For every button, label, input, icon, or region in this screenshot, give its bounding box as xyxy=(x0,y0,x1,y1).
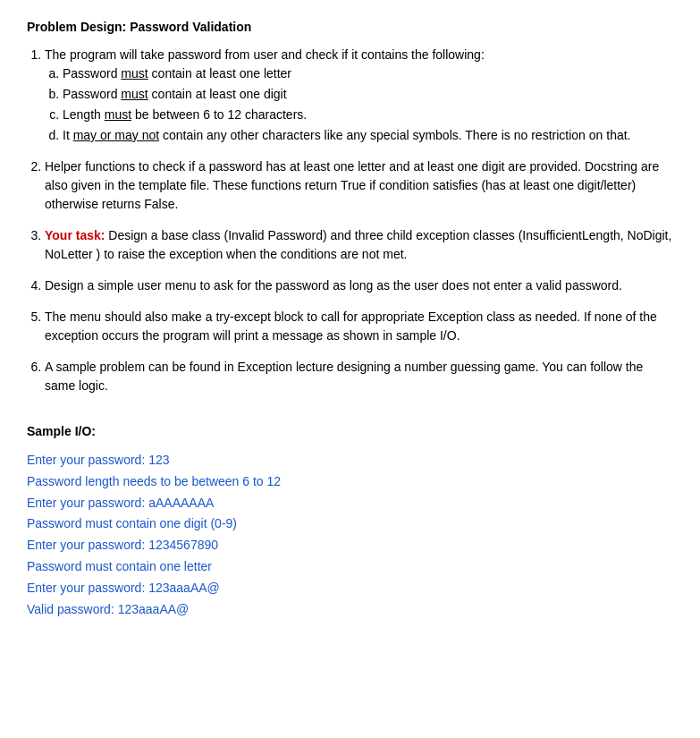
item-3-text: Design a base class (Invalid Password) a… xyxy=(45,228,671,261)
list-item-6: A sample problem can be found in Excepti… xyxy=(45,358,673,395)
item-5-text: The menu should also make a try-except b… xyxy=(45,310,657,343)
io-line-5: Enter your password: 1234567890 xyxy=(27,535,673,556)
io-line-8: Valid password: 123aaaAA@ xyxy=(27,599,673,621)
subitem-1c: Length must be between 6 to 12 character… xyxy=(63,106,673,124)
list-item-5: The menu should also make a try-except b… xyxy=(45,308,673,345)
sample-io-section: Sample I/O: Enter your password: 123 Pas… xyxy=(27,422,673,620)
io-lines: Enter your password: 123 Password length… xyxy=(27,450,673,620)
underline-must-2: must xyxy=(121,87,148,101)
io-line-6: Password must contain one letter xyxy=(27,556,673,578)
underline-must-3: must xyxy=(105,107,131,122)
io-line-4: Password must contain one digit (0-9) xyxy=(27,513,673,535)
list-item-1: The program will take password from user… xyxy=(45,46,673,145)
io-line-1: Enter your password: 123 xyxy=(27,450,673,471)
io-line-7: Enter your password: 123aaaAA@ xyxy=(27,578,673,599)
item-6-text: A sample problem can be found in Excepti… xyxy=(45,360,643,393)
list-item-2: Helper functions to check if a password … xyxy=(45,157,673,214)
sample-io-title: Sample I/O: xyxy=(27,422,673,441)
subitem-1b: Password must contain at least one digit xyxy=(63,85,673,104)
item-2-text: Helper functions to check if a password … xyxy=(45,159,659,211)
io-line-2: Password length needs to be between 6 to… xyxy=(27,471,673,493)
underline-may-or-may-not: may or may not xyxy=(73,128,159,142)
underline-must-1: must xyxy=(121,66,148,81)
item-1-text: The program will take password from user… xyxy=(45,47,485,62)
io-line-3: Enter your password: aAAAAAAA xyxy=(27,493,673,514)
page-title: Problem Design: Password Validation xyxy=(27,18,673,37)
list-item-3: Your task: Design a base class (Invalid … xyxy=(45,226,673,264)
your-task-label: Your task: xyxy=(45,228,105,242)
subitem-1d: It may or may not contain any other char… xyxy=(63,126,673,145)
item-4-text: Design a simple user menu to ask for the… xyxy=(45,278,622,293)
list-item-4: Design a simple user menu to ask for the… xyxy=(45,276,673,295)
subitem-1a: Password must contain at least one lette… xyxy=(63,64,673,83)
